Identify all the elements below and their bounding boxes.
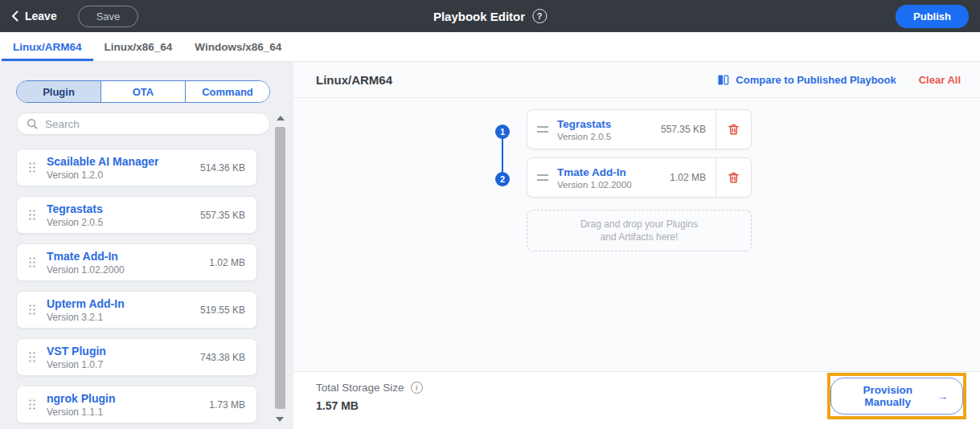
scrollbar-thumb[interactable] — [275, 127, 285, 409]
plugin-version: Version 2.0.5 — [47, 217, 103, 228]
drag-handle-icon[interactable] — [28, 304, 36, 316]
list-item[interactable]: ngrok Plugin Version 1.1.1 1.73 MB — [16, 386, 257, 423]
chevron-left-icon — [11, 10, 18, 22]
item-size: 1.02 MB — [670, 172, 716, 183]
arrow-right-icon: → — [937, 390, 949, 402]
delete-item-button[interactable] — [716, 110, 751, 149]
drag-handle-icon[interactable] — [537, 126, 548, 133]
tab-windows-x86-64[interactable]: Windows/x86_64 — [183, 32, 293, 61]
step-badge: 2 — [495, 172, 510, 186]
search-icon — [27, 118, 38, 129]
segment-ota[interactable]: OTA — [100, 81, 185, 102]
playbook-item[interactable]: Tmate Add-In Version 1.02.2000 1.02 MB — [527, 157, 752, 198]
leave-button[interactable]: Leave — [11, 10, 57, 22]
plugin-version: Version 1.0.7 — [47, 359, 106, 370]
info-icon[interactable]: i — [411, 382, 423, 394]
list-item[interactable]: VST Plugin Version 1.0.7 743.38 KB — [16, 338, 257, 376]
provision-manually-button[interactable]: Provision Manually → — [830, 378, 963, 415]
segment-plugin[interactable]: Plugin — [17, 81, 100, 102]
plugin-version: Version 1.2.0 — [47, 170, 159, 181]
drag-handle-icon[interactable] — [28, 209, 36, 221]
drag-handle-icon[interactable] — [537, 174, 548, 181]
delete-item-button[interactable] — [716, 158, 751, 197]
search-input[interactable] — [45, 118, 260, 130]
tab-linux-x86-64[interactable]: Linux/x86_64 — [93, 32, 184, 61]
plugin-list: Scailable AI Manager Version 1.2.0 514.3… — [16, 149, 257, 423]
plugin-version: Version 1.02.2000 — [47, 264, 125, 276]
item-version: Version 2.0.5 — [557, 132, 611, 141]
scroll-up-icon[interactable] — [277, 116, 285, 121]
publish-button[interactable]: Publish — [896, 5, 969, 28]
drag-handle-icon[interactable] — [28, 256, 36, 268]
help-icon[interactable]: ? — [532, 9, 547, 23]
plugin-name[interactable]: Scailable AI Manager — [47, 155, 159, 168]
search-box[interactable] — [16, 112, 270, 135]
drag-handle-icon[interactable] — [28, 161, 36, 174]
scroll-down-icon[interactable] — [276, 417, 284, 422]
playbook-canvas: 1 2 Tegrastats Version 2.0.5 557.35 KB — [293, 98, 980, 371]
plugin-name[interactable]: Tmate Add-In — [47, 250, 125, 263]
tab-linux-arm64[interactable]: Linux/ARM64 — [2, 32, 93, 61]
plugin-size: 519.55 KB — [200, 304, 245, 316]
item-version: Version 1.02.2000 — [557, 180, 632, 190]
item-size: 557.35 KB — [661, 124, 716, 135]
plugin-version: Version 3.2.1 — [47, 312, 125, 323]
playbook-item[interactable]: Tegrastats Version 2.0.5 557.35 KB — [527, 109, 752, 149]
main-footer: Total Storage Size i 1.57 MB Provision M… — [293, 371, 980, 429]
sidebar-type-switcher: Plugin OTA Command — [16, 80, 270, 103]
dropzone-text-line2: and Artifacts here! — [601, 231, 679, 243]
compare-to-published-link[interactable]: Compare to Published Playbook — [717, 74, 896, 86]
plugin-name[interactable]: VST Plugin — [47, 345, 106, 358]
dropzone-text-line1: Drag and drop your Plugins — [580, 218, 698, 231]
trash-icon — [727, 170, 740, 185]
plugin-name[interactable]: Tegrastats — [47, 202, 103, 215]
page-title: Playbook Editor ? — [433, 9, 547, 23]
plugin-name[interactable]: Upterm Add-In — [47, 297, 125, 310]
clear-all-button[interactable]: Clear All — [919, 74, 961, 86]
drag-drop-zone[interactable]: Drag and drop your Plugins and Artifacts… — [527, 210, 752, 251]
plugin-size: 1.73 MB — [209, 399, 245, 411]
main-header: Linux/ARM64 Compare to Published Playboo… — [293, 62, 980, 98]
plugin-name[interactable]: ngrok Plugin — [47, 392, 116, 405]
save-button[interactable]: Save — [78, 6, 139, 27]
list-item[interactable]: Scailable AI Manager Version 1.2.0 514.3… — [16, 149, 257, 186]
item-name[interactable]: Tmate Add-In — [557, 166, 632, 178]
drag-handle-icon[interactable] — [28, 351, 36, 363]
plugin-sidebar: Plugin OTA Command Scailable AI Manager … — [0, 62, 293, 429]
top-bar: Leave Save Playbook Editor ? Publish — [0, 0, 980, 32]
list-item[interactable]: Upterm Add-In Version 3.2.1 519.55 KB — [16, 291, 257, 329]
step-badge: 1 — [495, 125, 510, 139]
playbook-editor-app: Leave Save Playbook Editor ? Publish Lin… — [0, 0, 980, 429]
plugin-size: 1.02 MB — [209, 257, 245, 268]
list-item[interactable]: Tmate Add-In Version 1.02.2000 1.02 MB — [16, 243, 257, 281]
compare-icon — [717, 74, 729, 86]
plugin-size: 557.35 KB — [200, 210, 245, 221]
plugin-size: 743.38 KB — [200, 352, 245, 363]
plugin-version: Version 1.1.1 — [47, 407, 116, 418]
plugin-size: 514.36 KB — [200, 162, 245, 174]
list-item[interactable]: Tegrastats Version 2.0.5 557.35 KB — [16, 196, 257, 234]
main-title: Linux/ARM64 — [316, 73, 392, 87]
item-name[interactable]: Tegrastats — [557, 118, 611, 130]
drag-handle-icon[interactable] — [28, 398, 36, 411]
playbook-main-panel: Linux/ARM64 Compare to Published Playboo… — [293, 62, 980, 429]
highlight-annotation: Provision Manually → — [827, 373, 966, 419]
trash-icon — [727, 122, 740, 137]
leave-label: Leave — [25, 10, 57, 22]
total-storage-label: Total Storage Size — [316, 382, 404, 394]
sidebar-scrollbar[interactable] — [274, 116, 286, 422]
platform-tabs: Linux/ARM64 Linux/x86_64 Windows/x86_64 — [0, 32, 980, 62]
segment-command[interactable]: Command — [185, 81, 269, 102]
